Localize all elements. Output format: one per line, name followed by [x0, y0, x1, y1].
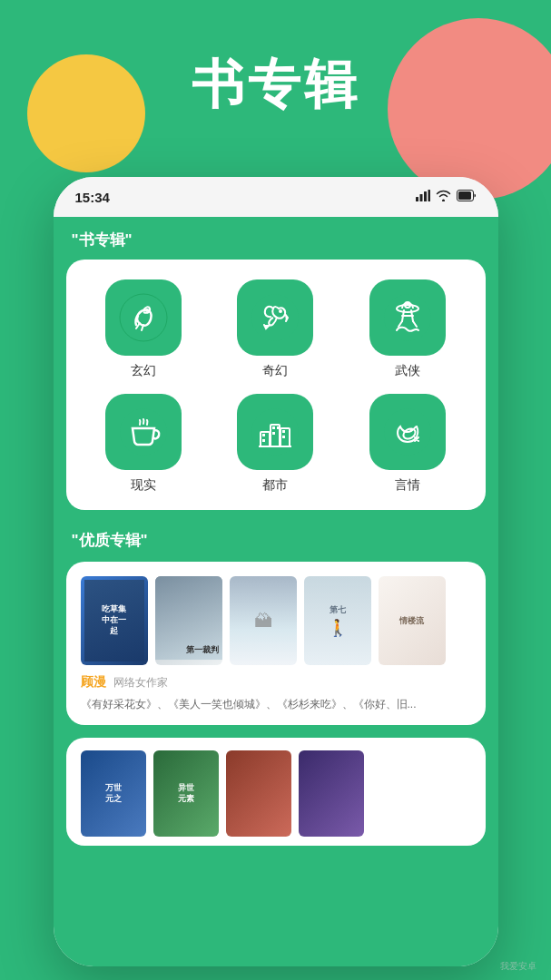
book-cover-1: 吃草集中在一起 — [81, 576, 148, 665]
author-role: 网络女作家 — [113, 675, 168, 691]
genre-item-xianshi[interactable]: 现实 — [83, 394, 205, 494]
book-cover-2: 第一裁判 — [155, 576, 222, 665]
genre-label-qihuan: 奇幻 — [262, 363, 288, 379]
watermark-text: 我爱安卓 — [500, 961, 536, 971]
status-icons — [416, 190, 477, 204]
svg-point-10 — [384, 294, 431, 341]
svg-rect-22 — [277, 426, 280, 429]
genre-label-yanqing: 言情 — [395, 477, 420, 494]
author-row: 顾漫 网络女作家 — [81, 674, 471, 691]
genre-icon-bg-dushi — [237, 394, 313, 470]
book-cover-a3 — [226, 750, 291, 837]
genre-label-xuanhuan: 玄幻 — [131, 363, 156, 379]
svg-rect-5 — [458, 191, 471, 200]
genre-icon-bg-xuanhuan — [105, 279, 182, 356]
svg-rect-19 — [262, 439, 265, 442]
svg-rect-24 — [282, 436, 285, 438]
svg-point-8 — [251, 294, 299, 341]
genre-item-xuanhuan[interactable]: 玄幻 — [83, 279, 205, 379]
svg-rect-3 — [428, 190, 430, 201]
genre-item-qihuan[interactable]: 奇幻 — [214, 279, 337, 379]
book-cover-a4 — [299, 750, 364, 837]
genre-grid: 玄幻 — [83, 279, 469, 494]
book-cover-4: 第七 🚶 — [304, 576, 371, 665]
status-time: 15:34 — [75, 190, 110, 205]
status-bar: 15:34 — [54, 177, 498, 217]
author-name: 顾漫 — [81, 674, 106, 691]
svg-rect-23 — [282, 430, 285, 433]
wifi-icon — [436, 190, 451, 204]
genre-icon-bg-wuxia — [369, 279, 446, 356]
page-header-title: "书专辑" — [72, 231, 133, 249]
quality-section-header: "优质专辑" — [54, 526, 498, 562]
book-card-1: 吃草集中在一起 第一裁判 🏔 第 — [66, 562, 486, 725]
svg-rect-21 — [272, 432, 275, 435]
quality-section-title: "优质专辑" — [72, 532, 148, 549]
genre-label-wuxia: 武侠 — [395, 363, 420, 379]
book-cover-5: 情楼流 — [379, 576, 446, 665]
genre-card: 玄幻 — [66, 260, 486, 510]
page-header: "书专辑" — [54, 217, 498, 260]
svg-point-28 — [409, 429, 412, 432]
book-card-partial: 万世元之 异世元素 — [66, 738, 486, 846]
signal-icon — [416, 190, 430, 204]
genre-item-dushi[interactable]: 都市 — [214, 394, 337, 494]
svg-point-6 — [120, 294, 167, 341]
genre-item-wuxia[interactable]: 武侠 — [346, 279, 468, 379]
book-cover-a1: 万世元之 — [81, 750, 146, 837]
svg-rect-0 — [416, 197, 418, 201]
main-title: 书专辑 — [0, 50, 551, 121]
app-content: "书专辑" 玄幻 — [54, 217, 498, 966]
genre-icon-bg-yanqing — [369, 394, 446, 470]
svg-point-7 — [145, 309, 149, 312]
svg-point-9 — [279, 309, 282, 313]
svg-rect-2 — [424, 191, 427, 201]
svg-rect-20 — [272, 426, 275, 429]
genre-label-dushi: 都市 — [262, 477, 288, 494]
genre-item-yanqing[interactable]: 言情 — [346, 394, 468, 494]
battery-icon — [457, 190, 477, 204]
book-cover-3: 🏔 — [230, 576, 297, 665]
watermark: 我爱安卓 — [500, 960, 536, 973]
book-covers-row-1: 吃草集中在一起 第一裁判 🏔 第 — [81, 576, 471, 665]
svg-rect-1 — [419, 194, 422, 201]
genre-label-xianshi: 现实 — [131, 477, 156, 494]
phone-frame: 15:34 — [54, 177, 498, 966]
book-desc: 《有好采花女》、《美人一笑也倾城》、《杉杉来吃》、《你好、旧... — [81, 696, 471, 712]
book-cover-a2: 异世元素 — [153, 750, 219, 837]
svg-point-13 — [120, 408, 167, 456]
svg-rect-18 — [262, 434, 265, 436]
book-covers-row-2: 万世元之 异世元素 — [81, 750, 471, 837]
genre-icon-bg-xianshi — [105, 394, 182, 470]
genre-icon-bg-qihuan — [237, 279, 313, 356]
